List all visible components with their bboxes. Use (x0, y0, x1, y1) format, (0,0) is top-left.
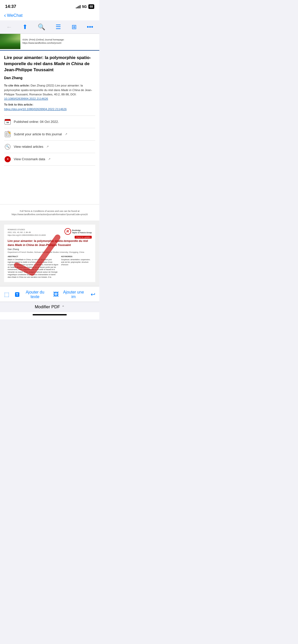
terms-line1: Full Terms & Conditions of access and us… (20, 210, 79, 212)
submit-external-icon: ↗ (65, 133, 67, 136)
citation-prefix: To cite this article: (4, 84, 30, 87)
add-text-label: Ajouter du texte (21, 290, 49, 299)
text-icon: T (15, 292, 19, 297)
related-external-icon: ↗ (46, 145, 49, 148)
link-prefix: To link to this article: (4, 103, 33, 106)
page-preview: ROMANCE STUDIES 2022, VOL. 40, NO. 2, 88… (0, 221, 99, 286)
more-button[interactable]: ••• (85, 22, 95, 32)
article-link-line: To link to this article: https://doi.org… (4, 103, 95, 111)
crossmark-external-icon: ↗ (48, 157, 50, 161)
related-icon (4, 143, 11, 150)
wechat-back-label[interactable]: WeChat (7, 13, 22, 18)
routledge-r-icon: R (64, 228, 71, 235)
terms-text: Full Terms & Conditions of access and us… (8, 210, 92, 216)
share-button[interactable]: ⬆ (20, 22, 30, 32)
submit-icon (4, 131, 11, 138)
abstract-text: Made in ChinaMade in China, un récit où … (8, 258, 59, 278)
abstract-text-italic: Made in China (8, 259, 19, 260)
published-label: Published online: 04 Oct 2022. (14, 120, 59, 124)
reader-button[interactable]: ☰ (53, 22, 63, 32)
select-dashed-icon: ⬚ (4, 291, 9, 298)
terms-section: Full Terms & Conditions of access and us… (0, 204, 99, 221)
keywords-col: KEYWORDS Souplesse; aimantation; suspens… (61, 255, 92, 278)
preview-columns: ABSTRACT Made in ChinaMade in China, un … (8, 255, 92, 278)
signal-bar-4 (80, 5, 80, 8)
grid-button[interactable]: ⊞ (70, 22, 79, 32)
check-updates-badge: Check for updates (75, 236, 92, 239)
browser-toolbar: ← ⬆ 🔍 ☰ ⊞ ••• (0, 20, 99, 34)
abstract-col: ABSTRACT Made in ChinaMade in China, un … (8, 255, 59, 278)
crossmark-icon: ✕ (5, 156, 11, 162)
related-search-icon (5, 144, 10, 150)
bottom-bar (0, 312, 99, 319)
network-label: 5G (82, 5, 87, 9)
related-label: View related articles (14, 145, 43, 149)
journal-header: ISSN: (Print) (Online) Journal homepage:… (0, 34, 99, 51)
status-time: 14:37 (5, 4, 16, 9)
add-image-button[interactable]: 🖼 Ajouter une im (51, 289, 89, 300)
back-chevron-icon[interactable]: ‹ (4, 13, 6, 18)
select-tool-button[interactable]: ⬚ (2, 290, 13, 299)
crossmark-label: View Crossmark data (14, 157, 45, 161)
preview-author: Dan Zhang (8, 248, 92, 251)
keywords-label: KEYWORDS (61, 255, 92, 258)
wechat-back-bar[interactable]: ‹ WeChat (0, 11, 99, 20)
article-author: Dan Zhang (4, 76, 95, 80)
preview-title: Lire pour aimanter: la polymorphie spati… (8, 239, 92, 247)
crossmark-icon-container: ✕ (4, 156, 11, 163)
back-button[interactable]: ← (4, 22, 14, 32)
signal-bar-2 (77, 7, 78, 8)
status-icons: 5G 68 (76, 4, 94, 9)
submit-label: Submit your article to this journal (14, 132, 62, 136)
preview-routledge: R Routledge Taylor & Francis Group (64, 228, 92, 235)
article-title-italic: Made in China (54, 61, 83, 66)
content-area: ISSN: (Print) (Online) Journal homepage:… (0, 34, 99, 286)
svg-rect-0 (6, 133, 9, 136)
related-action-row[interactable]: View related articles ↗ (4, 140, 95, 153)
search-button[interactable]: 🔍 (36, 22, 47, 32)
keywords-text: Souplesse; aimantation; suspension; acte… (61, 258, 92, 266)
home-indicator (33, 314, 67, 315)
terms-line2: https://www.tandfonline.com/action/journ… (12, 213, 88, 216)
battery-icon: 68 (88, 4, 94, 9)
signal-bar-3 (78, 6, 79, 8)
spacer (0, 169, 99, 204)
abstract-text-content: Made in China, un récit où Toussaint joi… (8, 259, 58, 278)
bottom-toolbar: ⬚ T Ajouter du texte 🖼 Ajouter une im ↩ (0, 286, 99, 302)
modifier-label: Modifier PDF (35, 304, 60, 310)
cal-body: 04 (5, 121, 10, 124)
journal-issn: ISSN: (Print) (Online) Journal homepage:… (20, 37, 99, 46)
citation-italic: Made in China (61, 89, 80, 92)
status-bar: 14:37 5G 68 (0, 0, 99, 11)
signal-bars-icon (76, 5, 80, 8)
routledge-label: Routledge (72, 229, 92, 231)
calendar-widget: 04 (5, 119, 11, 125)
published-row: 04 Published online: 04 Oct 2022. (4, 115, 95, 128)
add-image-label: Ajouter une im (60, 290, 87, 299)
submit-pen-icon (5, 131, 10, 137)
thumbnail-trees (0, 39, 20, 49)
article-link-url[interactable]: https://doi.org/10.1080/02639904.2022.21… (4, 108, 67, 111)
undo-icon: ↩ (91, 291, 95, 298)
citation-block: To cite this article: Dan Zhang (2022) L… (4, 83, 95, 101)
cal-num: 04 (7, 121, 9, 124)
preview-affiliation: Department of French Studies, Sichuan In… (8, 251, 92, 253)
calendar-icon: 04 (4, 118, 11, 125)
routledge-text: Routledge Taylor & Francis Group (72, 229, 92, 234)
article-title: Lire pour aimanter: la polymorphie spati… (4, 55, 95, 73)
citation-doi[interactable]: 10.1080/02639904.2022.2114626 (4, 97, 48, 100)
abstract-label: ABSTRACT (8, 255, 59, 258)
journal-thumbnail (0, 34, 20, 49)
check-updates-label: Check for updates (76, 236, 90, 238)
page-preview-inner: ROMANCE STUDIES 2022, VOL. 40, NO. 2, 88… (4, 225, 95, 282)
routledge-sublabel: Taylor & Francis Group (72, 231, 92, 234)
add-text-button[interactable]: T Ajouter du texte (13, 289, 51, 300)
crossmark-action-row[interactable]: ✕ View Crossmark data ↗ (4, 153, 95, 166)
undo-button[interactable]: ↩ (89, 290, 97, 299)
signal-bar-1 (76, 7, 77, 8)
modifier-chevron-icon: ⌃ (62, 305, 65, 309)
image-icon: 🖼 (53, 291, 59, 298)
modifier-bar: Modifier PDF ⌃ (0, 302, 99, 312)
submit-action-row[interactable]: Submit your article to this journal ↗ (4, 128, 95, 140)
preview-title-italic: Made in China (15, 243, 34, 246)
